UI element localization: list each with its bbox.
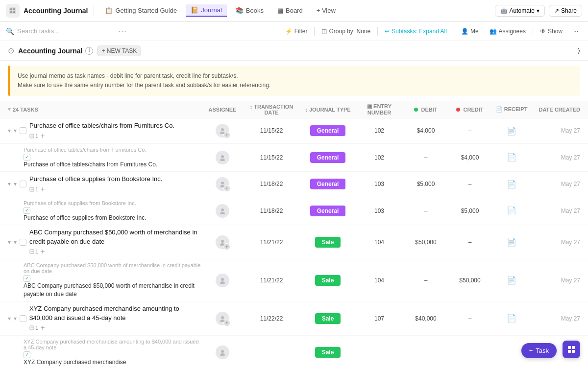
- subtask-row[interactable]: XYZ Company purchased merchandise amount…: [0, 336, 588, 368]
- tab-board[interactable]: ▦ Board: [272, 5, 308, 16]
- col-datecreated-header: DATE CREATED: [531, 107, 580, 113]
- tab-add-view[interactable]: + View: [312, 5, 341, 16]
- group-by-button[interactable]: ◫ Group by: None: [318, 26, 374, 37]
- search-input[interactable]: [17, 27, 115, 35]
- receipt-icon[interactable]: 📄: [507, 180, 516, 188]
- subtask-credit-cell: $4,000: [448, 154, 492, 161]
- subtask-row[interactable]: Purchase of office supplies from Booksto…: [0, 197, 588, 226]
- subtask-checkbox[interactable]: ✓: [24, 351, 30, 358]
- avatar-plus[interactable]: +: [223, 132, 230, 138]
- task-checkbox[interactable]: [20, 181, 26, 187]
- avatar-plus[interactable]: +: [223, 185, 230, 192]
- subtasks-button[interactable]: ↩ Subtasks: Expand All: [381, 26, 451, 37]
- person-icon: 👤: [461, 28, 468, 35]
- add-subtask-btn[interactable]: +: [40, 247, 45, 256]
- subtasks-icon: ↩: [385, 28, 390, 35]
- avatar-plus[interactable]: +: [223, 320, 230, 326]
- subtask-parent-label: ABC Company purchased $50,000 worth of m…: [24, 262, 203, 274]
- automate-button[interactable]: 🤖 Automate ▾: [495, 5, 545, 17]
- task-cell: ▾ ▾ Purchase of office tables/chairs fro…: [8, 118, 203, 143]
- subtask-parent-label: Purchase of office supplies from Booksto…: [24, 200, 147, 206]
- journal-icon: 📔: [191, 6, 198, 14]
- table-row[interactable]: ▾ ▾ ABC Company purchased $50,000 worth …: [0, 225, 588, 259]
- subtask-task-cell: ABC Company purchased $50,000 worth of m…: [24, 259, 203, 301]
- collapse-icon[interactable]: ⊙: [8, 46, 14, 55]
- receipt-icon[interactable]: 📄: [507, 314, 516, 322]
- app-icon[interactable]: [6, 4, 20, 18]
- expand-icon[interactable]: ▾: [8, 315, 11, 322]
- col-jtype-header[interactable]: ↕ JOURNAL TYPE: [301, 107, 355, 113]
- show-button[interactable]: 👁 Show: [536, 26, 566, 37]
- subtask-journal-badge: General: [310, 152, 346, 163]
- add-subtask-btn[interactable]: +: [40, 323, 45, 332]
- assignee-cell: +: [203, 124, 242, 138]
- svg-point-25: [221, 316, 224, 319]
- more-button[interactable]: ···: [569, 26, 582, 37]
- tab-getting-started[interactable]: 📋 Getting Started Guide: [100, 5, 182, 16]
- subtask-receipt-cell: 📄: [492, 276, 531, 285]
- collapse-right-icon[interactable]: ⟩: [578, 47, 580, 54]
- add-task-fab[interactable]: + Task: [521, 343, 557, 358]
- task-checkbox[interactable]: [20, 127, 26, 134]
- col-txdate-header[interactable]: ↕ TRANSACTION DATE: [242, 104, 301, 115]
- filter-icon: ⚡: [285, 28, 293, 35]
- datecreated-cell: May 27: [531, 315, 580, 322]
- expand-arrow[interactable]: ▾: [14, 181, 17, 187]
- subtask-receipt-icon[interactable]: 📄: [507, 276, 516, 284]
- credit-cell: –: [448, 315, 492, 322]
- grid-dot: [572, 350, 575, 353]
- share-button[interactable]: ↗ Share: [549, 5, 582, 17]
- table-row[interactable]: ▾ ▾ Purchase of office tables/chairs fro…: [0, 118, 588, 143]
- receipt-icon[interactable]: 📄: [507, 127, 516, 135]
- subtask-row[interactable]: ABC Company purchased $50,000 worth of m…: [0, 259, 588, 302]
- svg-rect-1: [10, 8, 12, 10]
- add-subtask-btn[interactable]: +: [40, 185, 45, 194]
- me-button[interactable]: 👤 Me: [457, 26, 483, 37]
- txdate-cell: 11/15/22: [242, 127, 301, 134]
- assignees-button[interactable]: 👥 Assignees: [486, 26, 530, 37]
- info-icon[interactable]: i: [85, 47, 93, 55]
- subtask-checkbox[interactable]: ✓: [24, 154, 30, 161]
- expand-icon[interactable]: ▾: [8, 239, 11, 246]
- expand-arrow[interactable]: ▾: [14, 239, 17, 246]
- avatar-plus[interactable]: +: [223, 243, 230, 250]
- info-banner: Use journal memo as task names - debit l…: [8, 66, 580, 96]
- subtask-datecreated-cell: May 27: [531, 154, 580, 161]
- subtask-checkbox[interactable]: ✓: [24, 207, 30, 214]
- subtask-checkbox[interactable]: ✓: [24, 275, 30, 282]
- subtask-task-cell: Purchase of office tables/chairs from Fu…: [24, 144, 203, 172]
- col-entry-header[interactable]: ▣ ENTRY NUMBER: [355, 103, 404, 115]
- receipt-cell: 📄: [492, 180, 531, 189]
- expand-icon[interactable]: ▾: [8, 181, 11, 187]
- subtask-count: 1: [29, 325, 38, 331]
- expand-arrow[interactable]: ▾: [14, 315, 17, 322]
- app-title: Accounting Journal: [24, 7, 88, 15]
- task-checkbox[interactable]: [20, 239, 26, 246]
- books-icon: 📚: [236, 7, 244, 14]
- tab-journal[interactable]: 📔 Journal: [186, 4, 227, 17]
- svg-point-9: [221, 155, 224, 158]
- subtask-row[interactable]: Purchase of office tables/chairs from Fu…: [0, 144, 588, 172]
- nav-left: Accounting Journal 📋 Getting Started Gui…: [6, 4, 493, 18]
- add-subtask-btn[interactable]: +: [40, 132, 45, 140]
- expand-icon[interactable]: ▾: [8, 127, 11, 134]
- subtask-journal-badge: General: [310, 206, 346, 216]
- table-row[interactable]: ▾ ▾ Purchase of office supplies from Boo…: [0, 172, 588, 197]
- tab-books[interactable]: 📚 Books: [231, 5, 269, 16]
- fab-grid-button[interactable]: [563, 341, 580, 358]
- receipt-icon[interactable]: 📄: [507, 238, 516, 246]
- jtype-cell: General: [301, 179, 355, 189]
- expand-arrow[interactable]: ▾: [14, 127, 17, 134]
- table-row[interactable]: ▾ ▾ XYZ Company purchased merchandise am…: [0, 301, 588, 335]
- svg-rect-4: [13, 11, 15, 13]
- avatar: +: [216, 312, 229, 325]
- subtask-receipt-icon[interactable]: 📄: [507, 207, 516, 215]
- new-task-button[interactable]: + NEW TASK: [97, 46, 141, 56]
- col-expand-icon[interactable]: ▾: [8, 106, 11, 113]
- filter-button[interactable]: ⚡ Filter: [281, 26, 312, 37]
- assignee-cell: +: [203, 235, 242, 249]
- task-checkbox[interactable]: [20, 315, 26, 322]
- doc-icon: 📋: [105, 7, 113, 14]
- subtask-receipt-icon[interactable]: 📄: [507, 153, 516, 161]
- more-options-icon[interactable]: ···: [118, 26, 127, 36]
